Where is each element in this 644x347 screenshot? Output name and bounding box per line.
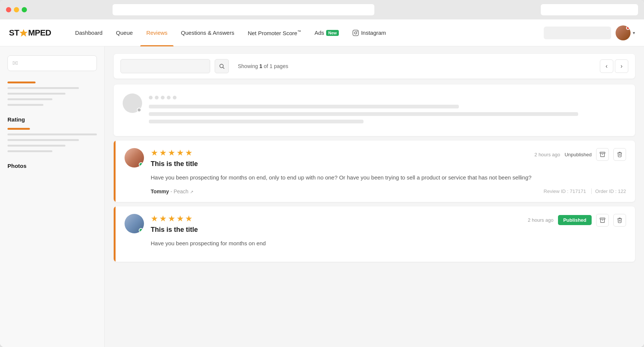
- search-input[interactable]: [120, 59, 210, 73]
- star-5: ★: [185, 148, 193, 158]
- reviewer-avatar-2: [125, 214, 144, 233]
- photos-filter-bar-2[interactable]: [7, 139, 79, 141]
- nav-item-qa[interactable]: Questions & Answers: [175, 19, 240, 46]
- sidebar-search[interactable]: ✉: [7, 55, 97, 71]
- star-2: ★: [159, 214, 167, 224]
- loading-dot-5: [173, 96, 177, 99]
- loading-dot-2: [155, 96, 159, 99]
- avatar-container[interactable]: ▾: [616, 25, 635, 40]
- time-ago-2: 2 hours ago: [528, 217, 553, 223]
- rating-filter-bar-1[interactable]: [7, 87, 79, 89]
- loading-dot-3: [161, 96, 165, 99]
- browser-search-bar[interactable]: [541, 4, 638, 15]
- user-avatar: [616, 25, 631, 40]
- photos-filter-bar-3[interactable]: [7, 145, 65, 147]
- review-card-1: ★ ★ ★ ★ ★ This is the title 2 hours ago: [114, 141, 635, 202]
- chevron-down-icon: ▾: [633, 30, 635, 36]
- nav-item-ads[interactable]: Ads New: [309, 19, 345, 46]
- browser-chrome: [0, 0, 644, 19]
- nav-search-input[interactable]: [544, 27, 611, 39]
- photos-filter-bar-4[interactable]: [7, 150, 52, 152]
- trash-icon-2: [617, 217, 623, 223]
- minimize-button[interactable]: [14, 7, 19, 12]
- pagination: ‹ ›: [600, 59, 628, 73]
- svg-marker-0: [19, 29, 28, 37]
- logo-text-st: ST: [9, 28, 19, 38]
- nav-item-nps[interactable]: Net Promoter Score™: [242, 19, 307, 46]
- star-2: ★: [159, 148, 167, 158]
- star-3: ★: [168, 214, 175, 224]
- address-bar[interactable]: [113, 4, 374, 15]
- review-actions-1: 2 hours ago Unpublished: [534, 148, 626, 161]
- star-1: ★: [151, 148, 158, 158]
- svg-rect-6: [600, 152, 605, 153]
- product-link-1[interactable]: Peach: [174, 188, 193, 194]
- nav-item-queue[interactable]: Queue: [110, 19, 139, 46]
- trash-icon: [617, 151, 623, 157]
- rating-filter-section: [7, 82, 97, 106]
- star-1: ★: [151, 214, 158, 224]
- photos-label: Photos: [7, 163, 97, 169]
- traffic-lights: [6, 7, 27, 12]
- fullscreen-button[interactable]: [22, 7, 27, 12]
- status-badge-1: Unpublished: [565, 152, 592, 157]
- loading-line-1: [149, 105, 459, 108]
- review-footer-1: Tommy - Peach Review ID : 717171 Order I…: [125, 188, 626, 194]
- svg-point-4: [220, 64, 223, 68]
- search-button[interactable]: [215, 59, 229, 73]
- delete-button-2[interactable]: [613, 214, 626, 227]
- reviewer-avatar-1: [125, 148, 144, 168]
- delete-button-1[interactable]: [613, 148, 626, 161]
- nav-item-reviews[interactable]: Reviews: [140, 19, 174, 46]
- prev-page-button[interactable]: ‹: [600, 59, 613, 73]
- next-page-button[interactable]: ›: [615, 59, 628, 73]
- photos-filter-bar-1[interactable]: [7, 133, 97, 135]
- photos-filter-bar-active[interactable]: [7, 128, 30, 130]
- search-icon: [219, 63, 225, 69]
- review-title-1: This is the title: [151, 160, 528, 168]
- nav-items: Dashboard Queue Reviews Questions & Answ…: [69, 19, 532, 46]
- app-content: ST MPED Dashboard Queue Reviews: [0, 19, 644, 347]
- review-header-1: ★ ★ ★ ★ ★ This is the title 2 hours ago: [125, 148, 626, 168]
- showing-text: Showing 1 of 1 pages: [233, 63, 595, 69]
- nav-item-dashboard[interactable]: Dashboard: [69, 19, 108, 46]
- rating-filter-bar-4[interactable]: [7, 104, 43, 106]
- online-indicator-2: [139, 228, 143, 233]
- loading-dots: [149, 96, 626, 99]
- nav-item-instagram[interactable]: Instagram: [346, 19, 392, 46]
- review-card-2: ★ ★ ★ ★ ★ This is the title 2 hours ago: [114, 206, 635, 262]
- loading-line-2: [149, 112, 578, 116]
- browser-window: ST MPED Dashboard Queue Reviews: [0, 0, 644, 347]
- star-rating-2: ★ ★ ★ ★ ★: [151, 214, 521, 224]
- star-5: ★: [185, 214, 193, 224]
- archive-button-2[interactable]: [596, 214, 609, 227]
- rating-filter-bar-3[interactable]: [7, 98, 52, 100]
- loading-dot-4: [167, 96, 171, 99]
- rating-filter-bar-active[interactable]: [7, 82, 36, 83]
- svg-line-5: [223, 67, 224, 69]
- logo[interactable]: ST MPED: [9, 28, 51, 38]
- loading-review-card: [114, 85, 635, 136]
- star-rating-1: ★ ★ ★ ★ ★: [151, 148, 528, 158]
- review-body-2: ★ ★ ★ ★ ★ This is the title 2 hours ago: [116, 206, 635, 262]
- content-toolbar: Showing 1 of 1 pages ‹ ›: [114, 54, 635, 79]
- loading-dot-1: [149, 96, 153, 99]
- review-id-1: Review ID : 717171: [544, 188, 586, 194]
- time-ago-1: 2 hours ago: [534, 152, 560, 157]
- rating-filter-bar-2[interactable]: [7, 93, 65, 95]
- top-nav: ST MPED Dashboard Queue Reviews: [0, 19, 644, 46]
- online-indicator-1: [139, 162, 143, 167]
- star-4: ★: [177, 214, 184, 224]
- loading-line-3: [149, 120, 364, 123]
- review-meta-2: ★ ★ ★ ★ ★ This is the title: [151, 214, 521, 234]
- close-button[interactable]: [6, 7, 11, 12]
- reviewer-name-1: Tommy - Peach: [151, 188, 193, 194]
- archive-icon-2: [599, 217, 605, 223]
- review-actions-2: 2 hours ago Published: [528, 214, 626, 227]
- send-icon: ✉: [12, 59, 18, 67]
- loading-lines: [149, 93, 626, 127]
- archive-button-1[interactable]: [596, 148, 609, 161]
- logo-text-amped: MPED: [28, 28, 51, 38]
- review-title-2: This is the title: [151, 226, 521, 234]
- svg-point-3: [357, 31, 358, 31]
